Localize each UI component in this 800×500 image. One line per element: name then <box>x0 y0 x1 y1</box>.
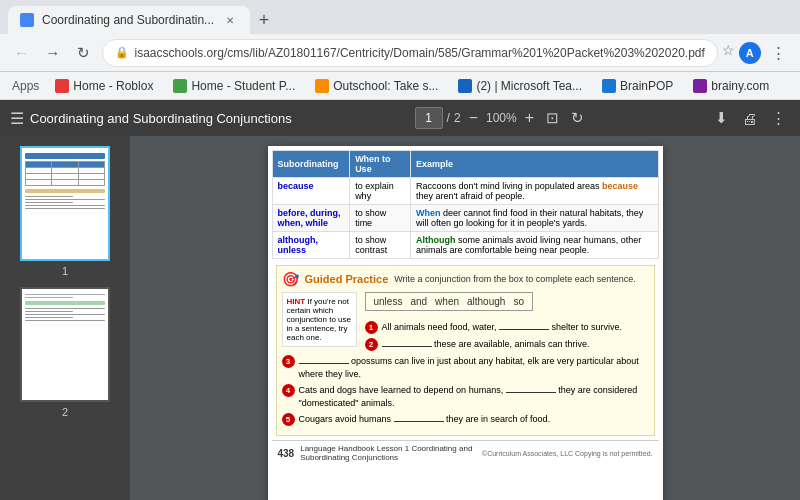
bookmark-label: Outschool: Take s... <box>333 79 438 93</box>
bookmark-label: BrainPOP <box>620 79 673 93</box>
nav-bar: ← → ↻ 🔒 isaacschools.org/cms/lib/AZ01801… <box>0 34 800 72</box>
rotate-icon[interactable]: ↻ <box>567 107 588 129</box>
tab-bar: Coordinating and Subordinatin... ✕ + <box>0 0 800 34</box>
pdf-total-pages: 2 <box>454 111 461 125</box>
conjunction-table: Subordinating When to Use Example becaus… <box>272 150 659 259</box>
bookmark-icon <box>693 79 707 93</box>
conjunction-although: although, unless <box>278 235 319 255</box>
apps-label[interactable]: Apps <box>8 79 43 93</box>
sentence-item-3: 3 opossums can live in just about any ha… <box>282 355 649 380</box>
bookmark-icon <box>315 79 329 93</box>
bookmark-home-roblox[interactable]: Home - Roblox <box>47 77 161 95</box>
active-tab[interactable]: Coordinating and Subordinatin... ✕ <box>8 6 250 34</box>
fit-page-icon[interactable]: ⊡ <box>542 107 563 129</box>
forward-button[interactable]: → <box>39 39 66 67</box>
page1-content: Subordinating When to Use Example becaus… <box>268 146 663 469</box>
url-text: isaacschools.org/cms/lib/AZ01801167/Cent… <box>135 46 705 60</box>
thumbnail-page2[interactable]: 2 <box>10 287 120 418</box>
tab-favicon <box>20 13 34 27</box>
bookmark-icon <box>55 79 69 93</box>
sentence-item-4: 4 Cats and dogs have learned to depend o… <box>282 384 649 409</box>
option-although: although <box>467 296 505 307</box>
bookmark-star-icon[interactable]: ☆ <box>722 42 735 64</box>
page-number: 438 <box>278 448 295 459</box>
reload-button[interactable]: ↻ <box>70 39 97 67</box>
guided-practice-title: Guided Practice <box>305 273 389 285</box>
sentence-text-1: All animals need food, water, shelter to… <box>382 321 623 334</box>
thumb-content-2 <box>22 289 108 400</box>
bookmark-student[interactable]: Home - Student P... <box>165 77 303 95</box>
download-icon[interactable]: ⬇ <box>711 107 732 129</box>
cell-when-time: to show time <box>350 205 411 232</box>
bookmarks-bar: Apps Home - Roblox Home - Student P... O… <box>0 72 800 100</box>
guided-practice-section: 🎯 Guided Practice Write a conjunction fr… <box>276 265 655 436</box>
more-options-button[interactable]: ⋮ <box>765 39 792 67</box>
cell-example-because: Raccoons don't mind living in populated … <box>411 178 658 205</box>
col-header-subordinating: Subordinating <box>272 151 350 178</box>
thumb-num-2: 2 <box>62 406 68 418</box>
footer-lesson-text: Language Handbook Lesson 1 Coordinating … <box>300 444 482 462</box>
back-button[interactable]: ← <box>8 39 35 67</box>
address-bar[interactable]: 🔒 isaacschools.org/cms/lib/AZ01801167/Ce… <box>102 39 718 67</box>
pdf-toolbar-left: ☰ Coordinating and Subordinating Conjunc… <box>10 109 292 128</box>
sentence-num-4: 4 <box>282 384 295 397</box>
guided-icon: 🎯 <box>282 271 299 287</box>
zoom-in-button[interactable]: + <box>521 107 538 129</box>
thumb-num-1: 1 <box>62 265 68 277</box>
new-tab-button[interactable]: + <box>250 6 278 34</box>
more-options-icon[interactable]: ⋮ <box>767 107 790 129</box>
sentence-item-2: 2 these are available, animals can thriv… <box>365 338 649 351</box>
conjunction-before: before, during,when, while <box>278 208 341 228</box>
conjunction-because: because <box>278 181 314 191</box>
bookmark-outschool[interactable]: Outschool: Take s... <box>307 77 446 95</box>
zoom-out-button[interactable]: − <box>465 107 482 129</box>
print-icon[interactable]: 🖨 <box>738 108 761 129</box>
sentence-text-3: opossums can live in just about any habi… <box>299 355 649 380</box>
bookmark-label: Home - Student P... <box>191 79 295 93</box>
pdf-page-1: Subordinating When to Use Example becaus… <box>268 146 663 500</box>
thumb-content-1 <box>22 148 108 259</box>
pdf-thumbnail-sidebar: 1 2 <box>0 136 130 500</box>
table-row: although, unless to show contrast Althou… <box>272 232 658 259</box>
option-and: and <box>410 296 427 307</box>
pdf-menu-icon[interactable]: ☰ <box>10 109 24 128</box>
sentence-item-1: 1 All animals need food, water, shelter … <box>365 321 649 334</box>
bookmark-label: (2) | Microsoft Tea... <box>476 79 582 93</box>
bookmark-icon <box>458 79 472 93</box>
bookmark-label: Home - Roblox <box>73 79 153 93</box>
col-header-example: Example <box>411 151 658 178</box>
cell-when-because: to explain why <box>350 178 411 205</box>
sentence-text-2: these are available, animals can thrive. <box>382 338 590 351</box>
pdf-page-area[interactable]: Subordinating When to Use Example becaus… <box>130 136 800 500</box>
bookmark-microsoft[interactable]: (2) | Microsoft Tea... <box>450 77 590 95</box>
guided-instruction: Write a conjunction from the box to comp… <box>394 274 635 284</box>
sentence-item-5: 5 Cougars avoid humans they are in searc… <box>282 413 649 426</box>
col-header-when: When to Use <box>350 151 411 178</box>
lock-icon: 🔒 <box>115 46 129 59</box>
thumbnail-page1[interactable]: 1 <box>10 146 120 277</box>
pdf-page-input[interactable] <box>415 107 443 129</box>
sentence-text-4: Cats and dogs have learned to depend on … <box>299 384 649 409</box>
bookmark-label: brainy.com <box>711 79 769 93</box>
hint-label: HINT <box>287 297 306 306</box>
bookmark-brainy[interactable]: brainy.com <box>685 77 777 95</box>
tab-title: Coordinating and Subordinatin... <box>42 13 214 27</box>
pdf-toolbar-right: ⬇ 🖨 ⋮ <box>711 107 790 129</box>
zoom-level: 100% <box>486 111 517 125</box>
nav-actions: ☆ A <box>722 42 761 64</box>
thumb-box-1 <box>20 146 110 261</box>
table-row: before, during,when, while to show time … <box>272 205 658 232</box>
tab-close-button[interactable]: ✕ <box>222 12 238 28</box>
copyright-text: ©Curriculum Associates, LLC Copying is n… <box>482 450 653 457</box>
sentence-num-1: 1 <box>365 321 378 334</box>
hint-box: HINT If you're not certain which conjunc… <box>282 292 357 347</box>
sentence-num-3: 3 <box>282 355 295 368</box>
option-when: when <box>435 296 459 307</box>
cell-example-contrast: Although some animals avoid living near … <box>411 232 658 259</box>
sentence-num-5: 5 <box>282 413 295 426</box>
bookmark-brainpop[interactable]: BrainPOP <box>594 77 681 95</box>
bookmark-icon <box>173 79 187 93</box>
page-footer: 438 Language Handbook Lesson 1 Coordinat… <box>272 440 659 465</box>
profile-button[interactable]: A <box>739 42 761 64</box>
guided-practice-header: 🎯 Guided Practice Write a conjunction fr… <box>282 271 649 287</box>
